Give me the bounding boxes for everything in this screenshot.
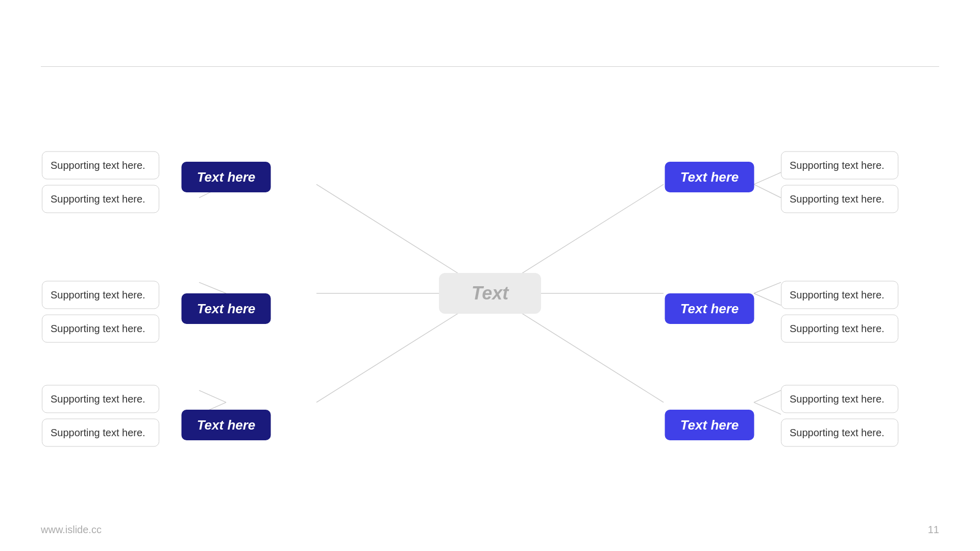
right-support-3-2: Supporting text here. bbox=[781, 419, 898, 447]
right-support-1-2: Supporting text here. bbox=[781, 185, 898, 213]
right-support-2-2-text: Supporting text here. bbox=[790, 323, 885, 335]
svg-line-13 bbox=[754, 184, 781, 197]
left-support-3-1: Supporting text here. bbox=[42, 385, 159, 413]
center-node-text: Text bbox=[472, 283, 509, 304]
right-branch-3-text: Text here bbox=[680, 417, 739, 433]
left-support-2-1: Supporting text here. bbox=[42, 281, 159, 309]
left-support-3-1-text: Supporting text here. bbox=[51, 393, 145, 405]
footer: www.islide.cc 11 bbox=[41, 524, 939, 536]
right-support-2-2: Supporting text here. bbox=[781, 315, 898, 343]
right-support-3-2-text: Supporting text here. bbox=[790, 427, 885, 439]
left-support-1-1: Supporting text here. bbox=[42, 152, 159, 180]
right-branch-3: Text here bbox=[665, 410, 754, 440]
svg-line-10 bbox=[199, 390, 226, 402]
left-support-2-2-text: Supporting text here. bbox=[51, 323, 145, 335]
svg-line-8 bbox=[199, 282, 226, 293]
right-branch-2: Text here bbox=[665, 293, 754, 324]
right-support-1-1: Supporting text here. bbox=[781, 152, 898, 180]
left-branch-2-text: Text here bbox=[197, 301, 256, 317]
left-branch-1-text: Text here bbox=[197, 169, 256, 185]
mindmap-container: Text Text here Supporting text here. Sup… bbox=[0, 66, 980, 520]
left-branch-2: Text here bbox=[182, 293, 271, 324]
right-branch-2-text: Text here bbox=[680, 301, 739, 317]
left-support-2-2: Supporting text here. bbox=[42, 315, 159, 343]
right-branch-1-text: Text here bbox=[680, 169, 739, 185]
left-branch-1: Text here bbox=[182, 162, 271, 192]
right-support-2-1: Supporting text here. bbox=[781, 281, 898, 309]
right-support-3-1-text: Supporting text here. bbox=[790, 393, 885, 405]
left-support-1-2-text: Supporting text here. bbox=[51, 193, 145, 205]
left-support-1-2: Supporting text here. bbox=[42, 185, 159, 213]
right-support-1-1-text: Supporting text here. bbox=[790, 160, 885, 171]
svg-line-14 bbox=[754, 282, 781, 293]
svg-line-12 bbox=[754, 172, 781, 184]
right-support-3-1: Supporting text here. bbox=[781, 385, 898, 413]
left-branch-3-text: Text here bbox=[197, 417, 256, 433]
svg-line-16 bbox=[754, 390, 781, 402]
right-support-2-1-text: Supporting text here. bbox=[790, 289, 885, 301]
footer-url: www.islide.cc bbox=[41, 524, 102, 536]
svg-line-17 bbox=[754, 403, 781, 414]
right-branch-1: Text here bbox=[665, 162, 754, 192]
left-support-3-2-text: Supporting text here. bbox=[51, 427, 145, 439]
center-node: Text bbox=[439, 273, 541, 314]
left-support-1-1-text: Supporting text here. bbox=[51, 160, 145, 171]
svg-line-15 bbox=[754, 293, 781, 305]
left-support-2-1-text: Supporting text here. bbox=[51, 289, 145, 301]
footer-page: 11 bbox=[928, 524, 939, 536]
left-support-3-2: Supporting text here. bbox=[42, 419, 159, 447]
right-support-1-2-text: Supporting text here. bbox=[790, 193, 885, 205]
left-branch-3: Text here bbox=[182, 410, 271, 440]
